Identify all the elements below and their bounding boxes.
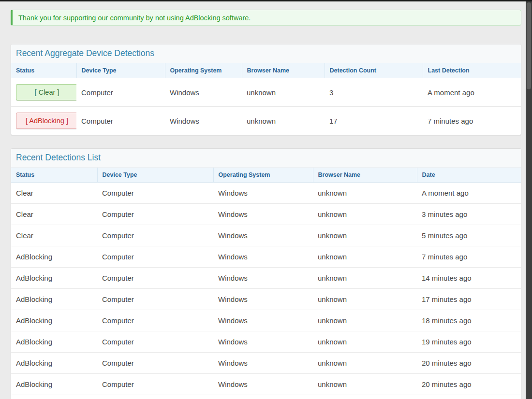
content-area: Thank you for supporting our community b… [11, 10, 521, 399]
detections-header-row: StatusDevice TypeOperating SystemBrowser… [11, 168, 521, 183]
status-cell: Clear [11, 225, 97, 246]
column-header: Browser Name [313, 168, 417, 183]
column-header: Date [417, 168, 521, 183]
status-badge[interactable]: [ AdBlocking ] [16, 113, 76, 129]
device-type-cell: Computer [97, 289, 213, 310]
operating-system-cell: Windows [213, 395, 313, 399]
detection-table-row: AdBlocking Computer Windows unknown 17 m… [11, 289, 521, 310]
column-header: Operating System [165, 63, 242, 78]
operating-system-cell: Windows [165, 107, 242, 135]
browser-name-cell: unknown [313, 310, 417, 331]
operating-system-cell: Windows [213, 225, 313, 246]
detection-count-cell: 17 [325, 107, 423, 135]
browser-name-cell: unknown [313, 289, 417, 310]
detections-panel-title: Recent Detections List [11, 149, 521, 168]
status-cell: AdBlocking [11, 374, 97, 395]
status-badge[interactable]: [ Clear ] [16, 84, 76, 100]
status-cell: AdBlocking [11, 246, 97, 268]
last-detection-cell: 7 minutes ago [423, 107, 521, 135]
operating-system-cell: Windows [213, 246, 313, 268]
detection-table-row: Clear Computer Windows unknown 5 minutes… [11, 225, 521, 246]
detection-table-row: AdBlocking Computer Windows unknown 20 m… [11, 353, 521, 374]
page: Thank you for supporting our community b… [0, 0, 526, 399]
scrollbar-thumb[interactable] [527, 2, 531, 89]
device-type-cell: Computer [97, 268, 213, 289]
aggregate-detections-table: StatusDevice TypeOperating SystemBrowser… [11, 63, 521, 135]
browser-name-cell: unknown [313, 331, 417, 353]
operating-system-cell: Windows [213, 204, 313, 225]
aggregate-table-body: [ Clear ] Computer Windows unknown 3 A m… [11, 78, 521, 135]
column-header: Device Type [76, 63, 165, 78]
aggregate-header-row: StatusDevice TypeOperating SystemBrowser… [11, 63, 521, 78]
operating-system-cell: Windows [213, 310, 313, 331]
device-type-cell: Computer [97, 374, 213, 395]
status-cell: AdBlocking [11, 289, 97, 310]
status-cell: Clear [11, 183, 97, 204]
recent-detections-table: StatusDevice TypeOperating SystemBrowser… [11, 168, 521, 399]
date-cell: 20 minutes ago [417, 353, 521, 374]
device-type-cell: Computer [97, 310, 213, 331]
detection-table-row: Clear Computer Windows unknown 3 minutes… [11, 204, 521, 225]
last-detection-cell: A moment ago [423, 78, 521, 107]
operating-system-cell: Windows [213, 183, 313, 204]
browser-name-cell: unknown [313, 353, 417, 374]
browser-name-cell: unknown [313, 246, 417, 268]
device-type-cell: Computer [97, 395, 213, 399]
device-type-cell: Computer [97, 331, 213, 353]
detection-table-row: AdBlocking Computer Windows unknown 14 m… [11, 268, 521, 289]
success-alert: Thank you for supporting our community b… [11, 10, 521, 26]
recent-detections-panel: Recent Detections List StatusDevice Type… [11, 148, 521, 399]
detections-table-body: Clear Computer Windows unknown A moment … [11, 183, 521, 399]
scrollbar-track[interactable] [526, 0, 532, 399]
browser-name-cell: unknown [242, 107, 325, 135]
browser-name-cell: unknown [313, 183, 417, 204]
window-top-edge [0, 0, 532, 1]
operating-system-cell: Windows [165, 78, 242, 107]
status-cell: [ AdBlocking ] [11, 107, 76, 135]
status-cell: AdBlocking [11, 395, 97, 399]
detection-table-row: AdBlocking Computer Windows unknown 18 m… [11, 310, 521, 331]
browser-name-cell: unknown [313, 204, 417, 225]
browser-name-cell: unknown [313, 225, 417, 246]
detection-table-row: AdBlocking Computer Windows unknown 19 m… [11, 331, 521, 353]
device-type-cell: Computer [76, 78, 165, 107]
date-cell: 5 minutes ago [417, 225, 521, 246]
operating-system-cell: Windows [213, 268, 313, 289]
device-type-cell: Computer [76, 107, 165, 135]
aggregate-detections-panel: Recent Aggregate Device Detections Statu… [11, 44, 521, 135]
date-cell: 17 minutes ago [417, 289, 521, 310]
column-header: Device Type [97, 168, 213, 183]
status-cell: AdBlocking [11, 310, 97, 331]
date-cell: 20 minutes ago [417, 374, 521, 395]
status-cell: AdBlocking [11, 353, 97, 374]
date-cell: 19 minutes ago [417, 331, 521, 353]
browser-name-cell: unknown [313, 374, 417, 395]
aggregate-table-row: [ AdBlocking ] Computer Windows unknown … [11, 107, 521, 135]
browser-name-cell: unknown [313, 395, 417, 399]
detection-table-row: AdBlocking Computer Windows unknown 22 m… [11, 395, 521, 399]
device-type-cell: Computer [97, 183, 213, 204]
date-cell: 18 minutes ago [417, 310, 521, 331]
aggregate-panel-title: Recent Aggregate Device Detections [11, 44, 521, 63]
column-header: Last Detection [423, 63, 521, 78]
operating-system-cell: Windows [213, 289, 313, 310]
detection-table-row: AdBlocking Computer Windows unknown 7 mi… [11, 246, 521, 268]
status-cell: AdBlocking [11, 268, 97, 289]
device-type-cell: Computer [97, 204, 213, 225]
date-cell: 22 minutes ago [417, 395, 521, 399]
column-header: Status [11, 168, 97, 183]
operating-system-cell: Windows [213, 374, 313, 395]
browser-name-cell: unknown [242, 78, 325, 107]
column-header: Browser Name [242, 63, 325, 78]
operating-system-cell: Windows [213, 353, 313, 374]
column-header: Operating System [213, 168, 313, 183]
column-header: Detection Count [325, 63, 423, 78]
detection-table-row: Clear Computer Windows unknown A moment … [11, 183, 521, 204]
alert-text: Thank you for supporting our community b… [18, 14, 251, 22]
browser-name-cell: unknown [313, 268, 417, 289]
aggregate-table-row: [ Clear ] Computer Windows unknown 3 A m… [11, 78, 521, 107]
date-cell: 14 minutes ago [417, 268, 521, 289]
status-cell: Clear [11, 204, 97, 225]
date-cell: A moment ago [417, 183, 521, 204]
device-type-cell: Computer [97, 246, 213, 268]
